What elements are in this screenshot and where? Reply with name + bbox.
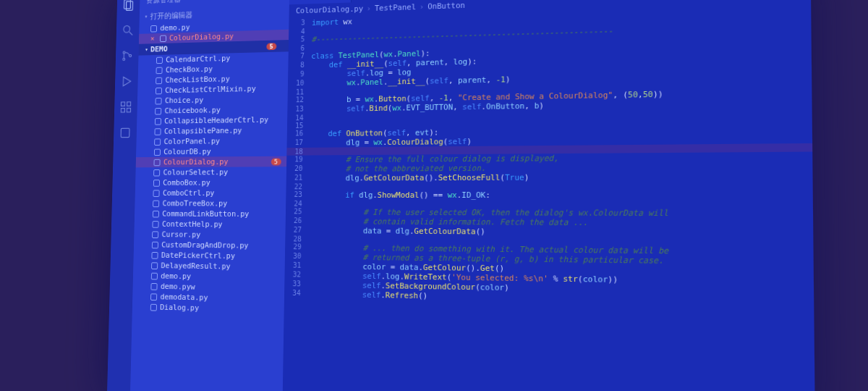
line-number: 25 [286,208,309,217]
folder-badge: 5 [266,43,276,50]
breadcrumb-item[interactable]: OnButton [427,1,465,11]
breadcrumb-item[interactable]: TestPanel [375,2,416,13]
file-icon [156,87,162,94]
svg-point-2 [124,25,130,33]
breadcrumb-separator: › [420,2,425,12]
file-item[interactable]: ColourDialog.py5 [136,156,287,168]
file-name: ColourDB.py [163,147,211,156]
file-icon [155,128,161,135]
file-item[interactable]: ColourDB.py [136,146,286,157]
extensions-icon[interactable] [119,100,132,114]
line-number: 13 [287,105,310,114]
file-icon [153,190,159,196]
search-icon[interactable] [122,23,135,37]
line-number: 20 [286,164,310,174]
line-number: 23 [286,190,309,200]
line-number: 9 [288,70,311,79]
file-icon [151,272,158,279]
file-icon [156,97,162,104]
file-icon [152,221,158,228]
code-line[interactable]: 22 [286,182,812,190]
file-name: CheckListCtrlMixin.py [165,84,256,95]
file-icon [150,303,157,311]
files-icon[interactable] [122,0,135,12]
line-content: if dlg.ShowModal() == wx.ID_OK: [309,190,490,200]
breadcrumb-separator: › [367,4,371,13]
file-icon [153,169,160,176]
file-name: Choicebook.py [164,106,221,116]
error-badge: 5 [271,158,281,165]
line-number: 33 [284,279,307,289]
file-name: CollapsiblePane.py [164,126,242,136]
line-number: 12 [287,96,310,105]
svg-rect-12 [121,128,129,138]
file-icon [150,25,157,32]
file-icon [155,118,161,125]
file-name: CustomDragAndDrop.py [161,240,249,251]
file-item[interactable]: Dialog.py [132,301,284,315]
file-icon [152,241,158,248]
file-name: ColorPanel.py [163,137,220,146]
code-line[interactable]: 23 if dlg.ShowModal() == wx.ID_OK: [286,190,813,201]
line-number: 10 [288,79,311,88]
line-content: import wx [312,17,352,28]
editor-area: demo.py×ColourDialog.py× ColourDialog.py… [282,0,815,391]
line-content: # Ensure the full colour dialog is displ… [310,154,558,164]
file-name: CollapsibleHeaderCtrl.py [164,115,268,125]
line-number: 18 [286,148,310,156]
file-icon [156,56,163,64]
line-number: 16 [287,130,310,139]
line-number: 24 [286,200,309,208]
svg-rect-8 [121,102,124,106]
line-content: data = dlg.GetColourData() [308,226,485,236]
line-number: 29 [285,243,308,252]
line-number: 31 [285,261,308,271]
line-content: dlg.GetColourData().SetChooseFull(True) [309,173,529,183]
file-icon [152,231,158,238]
file-name: demo.py [161,272,191,281]
file-name: CalendarCtrl.py [166,54,230,64]
line-number: 22 [286,182,309,190]
line-content: # not the abbreviated version. [310,164,486,174]
code-editor[interactable]: 3import wx45#---------------------------… [284,1,814,310]
line-number: 26 [286,216,309,226]
file-name: ComboTreeBox.py [162,199,227,209]
source-control-icon[interactable] [121,49,134,63]
file-item[interactable]: ContextHelp.py [135,219,286,230]
file-icon [150,283,157,290]
file-name: Choice.py [165,96,204,105]
svg-line-3 [129,32,132,35]
file-name: demo.py [160,23,190,33]
breadcrumb-item[interactable]: ColourDialog.py [296,4,363,16]
svg-rect-11 [127,108,130,112]
debug-icon[interactable] [120,75,133,88]
line-number: 7 [289,51,312,61]
file-name: CheckListBox.py [165,75,229,85]
line-number: 19 [286,156,310,165]
line-content: dlg = wx.ColourDialog(self) [310,137,472,148]
file-name: demo.pyw [161,282,195,291]
file-name: ComboBox.py [163,178,210,188]
open-editors-label: 打开的编辑器 [150,10,192,22]
explorer-sidebar: 资源管理器 ▾打开的编辑器 demo.py×ColourDialog.py ▾D… [130,0,290,391]
file-icon [160,35,166,42]
line-number: 11 [288,88,311,96]
file-item[interactable]: ComboTreeBox.py [135,198,286,209]
file-item[interactable]: ComboBox.py [135,177,286,188]
file-name: CommandLinkButton.py [162,209,249,219]
file-item[interactable]: CommandLinkButton.py [135,209,286,219]
file-name: DatePickerCtrl.py [161,251,235,261]
line-number: 30 [285,252,308,261]
file-icon [155,108,161,115]
line-number: 34 [284,289,307,298]
svg-rect-10 [121,108,124,112]
close-icon[interactable]: × [150,34,155,43]
file-item[interactable]: ColourSelect.py [135,167,286,177]
file-item[interactable]: ComboCtrl.py [135,188,286,198]
file-icon [154,159,161,166]
file-icon [150,293,157,300]
file-icon [151,262,158,269]
accounts-icon[interactable] [119,126,132,140]
file-name: Dialog.py [160,303,199,313]
file-name: DelayedResult.py [161,261,230,272]
